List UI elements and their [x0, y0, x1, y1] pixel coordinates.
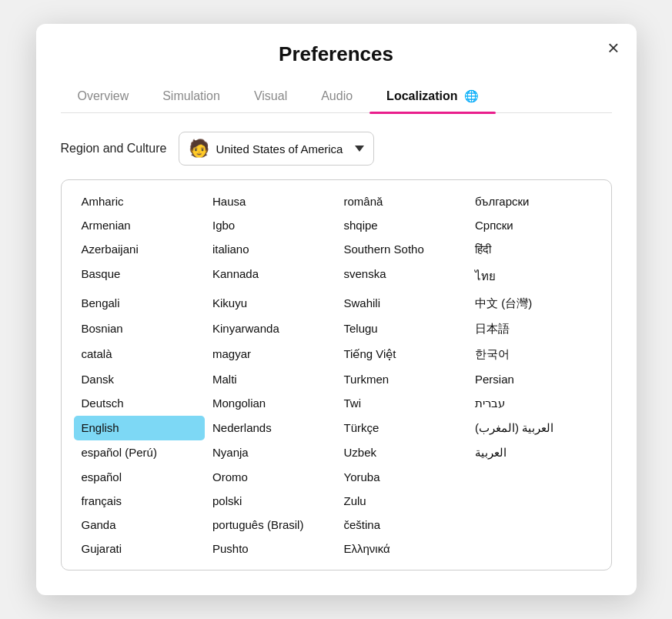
lang-item[interactable]: Swahili	[336, 291, 468, 316]
lang-item[interactable]: Ganda	[74, 513, 206, 537]
lang-item[interactable]: Ελληνικά	[336, 537, 468, 560]
lang-item[interactable]: Igbo	[205, 213, 336, 237]
lang-item[interactable]: Persian	[467, 367, 599, 391]
tab-visual[interactable]: Visual	[237, 82, 304, 112]
lang-item[interactable]	[467, 537, 599, 560]
lang-item[interactable]: Uzbek	[336, 440, 468, 465]
lang-item[interactable]: Basque	[74, 262, 206, 291]
lang-item[interactable]	[467, 465, 599, 489]
lang-item[interactable]: magyar	[205, 342, 336, 367]
lang-item[interactable]: Bengali	[74, 291, 206, 316]
lang-item[interactable]: 한국어	[467, 342, 599, 367]
lang-item[interactable]: Nyanja	[205, 440, 336, 465]
lang-item[interactable]: Kikuyu	[205, 291, 336, 316]
tab-localization[interactable]: Localization 🌐	[369, 82, 496, 112]
lang-item[interactable]: ไทย	[467, 262, 599, 291]
region-flag: 🧑	[189, 139, 209, 159]
tabs-bar: Overview Simulation Visual Audio Localiz…	[61, 82, 612, 113]
close-button[interactable]: ×	[607, 38, 619, 58]
lang-item[interactable]: 日本語	[467, 316, 599, 342]
tab-simulation[interactable]: Simulation	[145, 82, 237, 112]
lang-item[interactable]: Deutsch	[74, 391, 206, 416]
region-row: Region and Culture 🧑 United States of Am…	[61, 132, 612, 166]
lang-item[interactable]: español (Perú)	[74, 440, 206, 465]
lang-item[interactable]: Malti	[205, 367, 336, 391]
region-name: United States of America	[216, 142, 343, 156]
lang-item[interactable]: Pushto	[205, 537, 336, 560]
lang-item[interactable]: Gujarati	[74, 537, 206, 560]
languages-grid: AmharicHausaromânăбългарскиArmenianIgbos…	[74, 189, 599, 560]
lang-item[interactable]: svenska	[336, 262, 468, 291]
lang-item[interactable]: Amharic	[74, 189, 206, 213]
lang-item[interactable]	[467, 513, 599, 537]
lang-item[interactable]: Dansk	[74, 367, 206, 391]
lang-item[interactable]: Zulu	[336, 489, 468, 513]
lang-item[interactable]: Azerbaijani	[74, 237, 206, 262]
lang-item[interactable]: português (Brasil)	[205, 513, 336, 537]
lang-item[interactable]	[467, 489, 599, 513]
lang-item[interactable]: polski	[205, 489, 336, 513]
languages-box: AmharicHausaromânăбългарскиArmenianIgbos…	[61, 179, 612, 570]
lang-item[interactable]: Hausa	[205, 189, 336, 213]
lang-item[interactable]: Armenian	[74, 213, 206, 237]
lang-item[interactable]: български	[467, 189, 599, 213]
tab-audio[interactable]: Audio	[304, 82, 369, 112]
lang-item[interactable]: עברית	[467, 391, 599, 416]
preferences-dialog: Preferences × Overview Simulation Visual…	[36, 24, 637, 595]
dialog-title: Preferences	[61, 42, 612, 66]
lang-item[interactable]: Twi	[336, 391, 468, 416]
lang-item[interactable]: Kannada	[205, 262, 336, 291]
lang-item[interactable]: español	[74, 465, 206, 489]
globe-icon: 🌐	[464, 89, 479, 102]
lang-item[interactable]: français	[74, 489, 206, 513]
lang-item[interactable]: italiano	[205, 237, 336, 262]
lang-item[interactable]: हिंदी	[467, 237, 599, 262]
lang-item[interactable]: 中文 (台灣)	[467, 291, 599, 316]
tab-overview[interactable]: Overview	[61, 82, 146, 112]
lang-item[interactable]: čeština	[336, 513, 468, 537]
lang-item[interactable]: Oromo	[205, 465, 336, 489]
lang-item[interactable]: English	[74, 416, 206, 440]
region-label: Region and Culture	[61, 142, 167, 156]
lang-item[interactable]: Turkmen	[336, 367, 468, 391]
lang-item[interactable]: العربية (المغرب)	[467, 416, 599, 440]
lang-item[interactable]: Mongolian	[205, 391, 336, 416]
chevron-down-icon	[355, 146, 364, 152]
lang-item[interactable]: català	[74, 342, 206, 367]
lang-item[interactable]: Tiếng Việt	[336, 342, 468, 367]
lang-item[interactable]: shqipe	[336, 213, 468, 237]
lang-item[interactable]: Telugu	[336, 316, 468, 342]
lang-item[interactable]: Southern Sotho	[336, 237, 468, 262]
region-select[interactable]: 🧑 United States of America	[179, 132, 374, 166]
lang-item[interactable]: Српски	[467, 213, 599, 237]
lang-item[interactable]: română	[336, 189, 468, 213]
lang-item[interactable]: Türkçe	[336, 416, 468, 440]
lang-item[interactable]: العربية	[467, 440, 599, 465]
lang-item[interactable]: Kinyarwanda	[205, 316, 336, 342]
lang-item[interactable]: Yoruba	[336, 465, 468, 489]
lang-item[interactable]: Nederlands	[205, 416, 336, 440]
lang-item[interactable]: Bosnian	[74, 316, 206, 342]
